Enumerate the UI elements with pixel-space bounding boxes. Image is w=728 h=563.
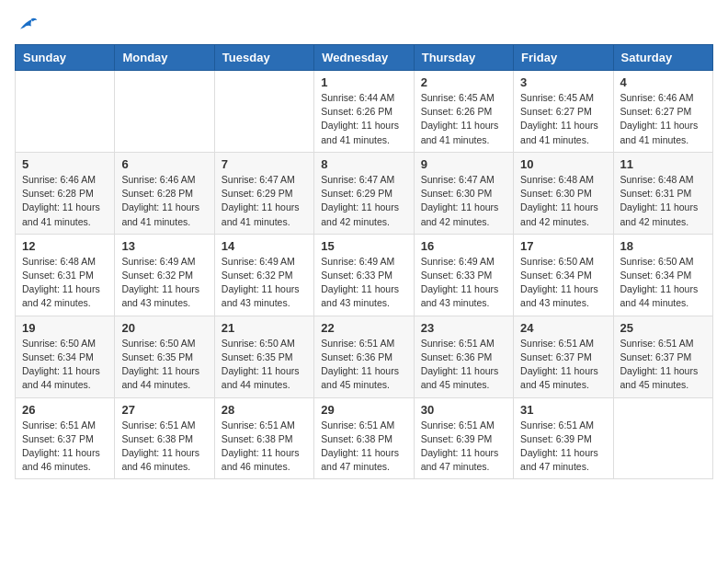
day-info: Sunrise: 6:48 AM Sunset: 6:30 PM Dayligh…	[520, 173, 606, 229]
day-number: 3	[520, 75, 606, 89]
day-number: 21	[222, 321, 307, 335]
day-info: Sunrise: 6:50 AM Sunset: 6:34 PM Dayligh…	[520, 255, 606, 311]
day-info: Sunrise: 6:47 AM Sunset: 6:29 PM Dayligh…	[321, 173, 406, 229]
day-info: Sunrise: 6:51 AM Sunset: 6:37 PM Dayligh…	[620, 337, 706, 393]
day-info: Sunrise: 6:47 AM Sunset: 6:30 PM Dayligh…	[421, 173, 506, 229]
day-info: Sunrise: 6:50 AM Sunset: 6:34 PM Dayligh…	[22, 337, 108, 393]
day-number: 23	[421, 321, 506, 335]
day-number: 1	[321, 75, 406, 89]
day-number: 26	[22, 403, 108, 417]
day-number: 17	[520, 239, 606, 253]
day-info: Sunrise: 6:50 AM Sunset: 6:35 PM Dayligh…	[121, 337, 207, 393]
column-header-friday: Friday	[514, 45, 613, 71]
day-info: Sunrise: 6:51 AM Sunset: 6:39 PM Dayligh…	[421, 419, 506, 475]
day-number: 22	[321, 321, 406, 335]
column-header-tuesday: Tuesday	[214, 45, 313, 71]
calendar-cell: 6Sunrise: 6:46 AM Sunset: 6:28 PM Daylig…	[115, 152, 214, 234]
day-info: Sunrise: 6:45 AM Sunset: 6:27 PM Dayligh…	[520, 91, 606, 147]
day-info: Sunrise: 6:49 AM Sunset: 6:33 PM Dayligh…	[421, 255, 506, 311]
calendar-cell: 27Sunrise: 6:51 AM Sunset: 6:38 PM Dayli…	[115, 397, 214, 479]
day-info: Sunrise: 6:51 AM Sunset: 6:36 PM Dayligh…	[321, 337, 406, 393]
day-number: 25	[620, 321, 706, 335]
calendar-cell	[214, 71, 313, 153]
calendar-cell	[115, 71, 214, 153]
day-number: 2	[421, 75, 506, 89]
calendar-cell: 4Sunrise: 6:46 AM Sunset: 6:27 PM Daylig…	[613, 71, 712, 153]
day-info: Sunrise: 6:48 AM Sunset: 6:31 PM Dayligh…	[620, 173, 706, 229]
day-number: 14	[222, 239, 307, 253]
calendar-cell: 22Sunrise: 6:51 AM Sunset: 6:36 PM Dayli…	[314, 316, 414, 397]
day-info: Sunrise: 6:50 AM Sunset: 6:34 PM Dayligh…	[620, 255, 706, 311]
day-info: Sunrise: 6:49 AM Sunset: 6:33 PM Dayligh…	[321, 255, 406, 311]
day-info: Sunrise: 6:51 AM Sunset: 6:37 PM Dayligh…	[22, 419, 108, 475]
page-header	[15, 15, 713, 33]
day-number: 28	[222, 403, 307, 417]
day-info: Sunrise: 6:51 AM Sunset: 6:36 PM Dayligh…	[421, 337, 506, 393]
calendar-week-2: 5Sunrise: 6:46 AM Sunset: 6:28 PM Daylig…	[16, 152, 713, 234]
calendar-week-3: 12Sunrise: 6:48 AM Sunset: 6:31 PM Dayli…	[16, 234, 713, 316]
calendar-cell: 23Sunrise: 6:51 AM Sunset: 6:36 PM Dayli…	[414, 316, 513, 397]
day-number: 19	[22, 321, 108, 335]
calendar-cell: 16Sunrise: 6:49 AM Sunset: 6:33 PM Dayli…	[414, 234, 513, 316]
column-header-wednesday: Wednesday	[314, 45, 414, 71]
day-number: 27	[121, 403, 207, 417]
calendar-cell: 21Sunrise: 6:50 AM Sunset: 6:35 PM Dayli…	[214, 316, 313, 397]
calendar-header-row: SundayMondayTuesdayWednesdayThursdayFrid…	[16, 45, 713, 71]
calendar-cell: 17Sunrise: 6:50 AM Sunset: 6:34 PM Dayli…	[514, 234, 613, 316]
column-header-sunday: Sunday	[16, 45, 115, 71]
calendar-cell: 18Sunrise: 6:50 AM Sunset: 6:34 PM Dayli…	[613, 234, 712, 316]
calendar-cell: 14Sunrise: 6:49 AM Sunset: 6:32 PM Dayli…	[214, 234, 313, 316]
logo-bird-icon	[17, 15, 39, 33]
calendar-cell	[613, 397, 712, 479]
calendar-cell: 9Sunrise: 6:47 AM Sunset: 6:30 PM Daylig…	[414, 152, 513, 234]
calendar-table: SundayMondayTuesdayWednesdayThursdayFrid…	[15, 44, 713, 479]
day-number: 9	[421, 157, 506, 171]
day-number: 7	[222, 157, 307, 171]
calendar-cell: 30Sunrise: 6:51 AM Sunset: 6:39 PM Dayli…	[414, 397, 513, 479]
calendar-cell: 3Sunrise: 6:45 AM Sunset: 6:27 PM Daylig…	[514, 71, 613, 153]
calendar-week-1: 1Sunrise: 6:44 AM Sunset: 6:26 PM Daylig…	[16, 71, 713, 153]
day-number: 8	[321, 157, 406, 171]
calendar-cell: 24Sunrise: 6:51 AM Sunset: 6:37 PM Dayli…	[514, 316, 613, 397]
day-info: Sunrise: 6:51 AM Sunset: 6:38 PM Dayligh…	[222, 419, 307, 475]
day-number: 11	[620, 157, 706, 171]
day-number: 29	[321, 403, 406, 417]
day-number: 20	[121, 321, 207, 335]
calendar-cell: 2Sunrise: 6:45 AM Sunset: 6:26 PM Daylig…	[414, 71, 513, 153]
day-info: Sunrise: 6:47 AM Sunset: 6:29 PM Dayligh…	[222, 173, 307, 229]
day-info: Sunrise: 6:49 AM Sunset: 6:32 PM Dayligh…	[121, 255, 207, 311]
column-header-saturday: Saturday	[613, 45, 712, 71]
day-number: 5	[22, 157, 108, 171]
day-info: Sunrise: 6:46 AM Sunset: 6:27 PM Dayligh…	[620, 91, 706, 147]
calendar-cell: 10Sunrise: 6:48 AM Sunset: 6:30 PM Dayli…	[514, 152, 613, 234]
day-number: 10	[520, 157, 606, 171]
calendar-cell: 13Sunrise: 6:49 AM Sunset: 6:32 PM Dayli…	[115, 234, 214, 316]
day-number: 18	[620, 239, 706, 253]
day-number: 16	[421, 239, 506, 253]
day-info: Sunrise: 6:44 AM Sunset: 6:26 PM Dayligh…	[321, 91, 406, 147]
day-number: 31	[520, 403, 606, 417]
day-info: Sunrise: 6:46 AM Sunset: 6:28 PM Dayligh…	[22, 173, 108, 229]
calendar-cell: 5Sunrise: 6:46 AM Sunset: 6:28 PM Daylig…	[16, 152, 115, 234]
day-number: 30	[421, 403, 506, 417]
calendar-cell: 8Sunrise: 6:47 AM Sunset: 6:29 PM Daylig…	[314, 152, 414, 234]
day-info: Sunrise: 6:49 AM Sunset: 6:32 PM Dayligh…	[222, 255, 307, 311]
calendar-cell: 12Sunrise: 6:48 AM Sunset: 6:31 PM Dayli…	[16, 234, 115, 316]
day-info: Sunrise: 6:50 AM Sunset: 6:35 PM Dayligh…	[222, 337, 307, 393]
calendar-cell: 25Sunrise: 6:51 AM Sunset: 6:37 PM Dayli…	[613, 316, 712, 397]
calendar-cell	[16, 71, 115, 153]
day-info: Sunrise: 6:51 AM Sunset: 6:37 PM Dayligh…	[520, 337, 606, 393]
calendar-cell: 29Sunrise: 6:51 AM Sunset: 6:38 PM Dayli…	[314, 397, 414, 479]
day-info: Sunrise: 6:48 AM Sunset: 6:31 PM Dayligh…	[22, 255, 108, 311]
day-info: Sunrise: 6:46 AM Sunset: 6:28 PM Dayligh…	[121, 173, 207, 229]
day-number: 4	[620, 75, 706, 89]
calendar-cell: 31Sunrise: 6:51 AM Sunset: 6:39 PM Dayli…	[514, 397, 613, 479]
day-info: Sunrise: 6:51 AM Sunset: 6:39 PM Dayligh…	[520, 419, 606, 475]
day-number: 12	[22, 239, 108, 253]
calendar-cell: 19Sunrise: 6:50 AM Sunset: 6:34 PM Dayli…	[16, 316, 115, 397]
day-number: 15	[321, 239, 406, 253]
calendar-cell: 28Sunrise: 6:51 AM Sunset: 6:38 PM Dayli…	[214, 397, 313, 479]
calendar-cell: 1Sunrise: 6:44 AM Sunset: 6:26 PM Daylig…	[314, 71, 414, 153]
calendar-cell: 20Sunrise: 6:50 AM Sunset: 6:35 PM Dayli…	[115, 316, 214, 397]
calendar-cell: 26Sunrise: 6:51 AM Sunset: 6:37 PM Dayli…	[16, 397, 115, 479]
